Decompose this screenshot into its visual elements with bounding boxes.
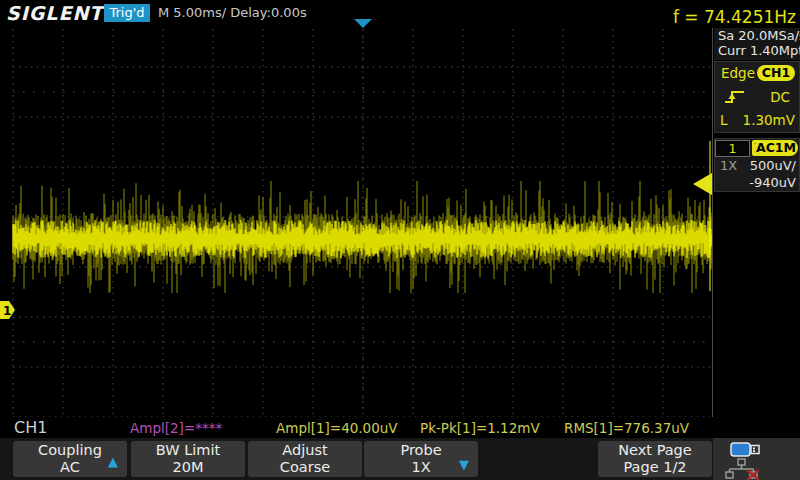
measurement-rms-ch1: RMS[1]=776.37uV: [564, 420, 689, 436]
adjust-button-title: Adjust: [248, 442, 362, 459]
volts-per-div-readout: 500uV/: [750, 158, 796, 173]
bw-limit-button-title: BW Limit: [131, 442, 245, 459]
top-status-bar: SIGLENT Trig'd M 5.00ms/ Delay:0.00s f =…: [0, 0, 800, 28]
channel-coupling-badge: AC1M: [754, 140, 798, 156]
probe-attenuation-readout: 1X: [720, 158, 737, 173]
oscilloscope-screen: 1 SIGLENT Trig'd M 5.00ms/ Delay:0.00s f…: [0, 0, 800, 480]
lan-disconnected-icon: [723, 458, 761, 480]
adjust-button-value: Coarse: [248, 459, 362, 476]
trigger-status-badge: Trig'd: [104, 4, 150, 22]
adjust-button[interactable]: Adjust Coarse: [248, 441, 362, 477]
memory-depth-readout: Curr 1.40Mpts: [714, 43, 800, 58]
frequency-counter-readout: f = 74.4251Hz: [673, 7, 796, 27]
timebase-delay-readout: M 5.00ms/ Delay:0.00s: [158, 5, 307, 20]
up-arrow-icon: ▲: [108, 453, 118, 470]
trigger-level-label: L: [720, 112, 728, 128]
ch1-waveform-trace: [0, 0, 713, 418]
rising-edge-icon: [724, 89, 746, 105]
coupling-button[interactable]: Coupling AC ▲: [13, 441, 127, 477]
trigger-coupling-label: DC: [770, 89, 790, 105]
channel1-marker-number: 1: [3, 304, 11, 318]
channel-number-cell: 1: [715, 140, 750, 157]
acquisition-info-panel: Sa 20.0MSa/s Curr 1.40Mpts: [714, 28, 800, 60]
right-sidebar: Sa 20.0MSa/s Curr 1.40Mpts Edge CH1 DC L…: [712, 28, 800, 418]
trigger-level-value: 1.30mV: [743, 112, 795, 128]
trigger-source-badge: CH1: [757, 65, 795, 81]
channel1-info-panel: 1 B AC1M 1X 500uV/ -940uV: [714, 138, 800, 192]
down-arrow-icon: ▼: [459, 456, 469, 473]
trigger-type-label: Edge: [721, 65, 755, 81]
probe-button[interactable]: Probe 1X ▼: [364, 441, 478, 477]
measurement-pkpk-ch1: Pk-Pk[1]=1.12mV: [420, 420, 540, 436]
measurement-row: CH1 Ampl[2]=**** Ampl[1]=40.00uV Pk-Pk[1…: [0, 417, 800, 438]
next-page-button-title: Next Page: [598, 442, 712, 459]
trigger-info-panel: Edge CH1 DC L 1.30mV: [714, 61, 800, 133]
siglent-logo: SIGLENT: [6, 2, 103, 24]
trigger-level-marker-icon: [693, 173, 712, 195]
usb-icon: [730, 442, 762, 457]
bw-limit-button[interactable]: BW Limit 20M: [131, 441, 245, 477]
measurement-ampl-ch2: Ampl[2]=****: [130, 420, 222, 436]
sample-rate-readout: Sa 20.0MSa/s: [714, 28, 800, 43]
channel1-ground-marker-icon: 1: [0, 301, 15, 319]
softkey-menu-bar: Coupling AC ▲ BW Limit 20M Adjust Coarse…: [0, 438, 800, 480]
trigger-position-marker-icon: [354, 19, 372, 28]
bw-limit-button-value: 20M: [131, 459, 245, 476]
measurement-ampl-ch1: Ampl[1]=40.00uV: [276, 420, 398, 436]
measurement-channel-label: CH1: [14, 418, 47, 437]
next-page-button[interactable]: Next Page Page 1/2: [598, 441, 712, 477]
channel-offset-readout: -940uV: [749, 175, 796, 190]
next-page-button-value: Page 1/2: [598, 459, 712, 476]
status-icon-zone: [713, 438, 800, 480]
